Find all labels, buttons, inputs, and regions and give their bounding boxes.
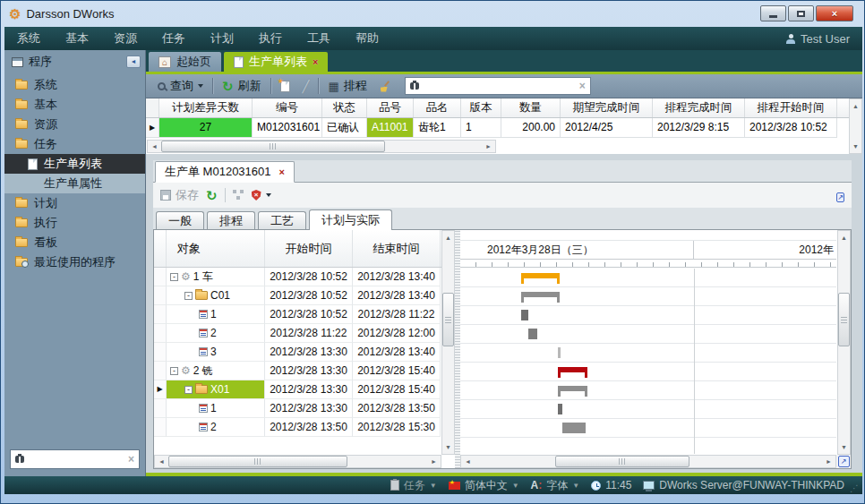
column-header[interactable]: 品名 [414, 98, 461, 117]
scrollbar-thumb[interactable] [555, 456, 689, 467]
collapse-node-icon[interactable]: - [184, 292, 193, 300]
scrollbar-thumb[interactable] [161, 141, 385, 152]
tree-row[interactable]: ▶-X012012/3/28 13:302012/3/28 15:40 [154, 380, 455, 399]
clear-schedule-button[interactable] [373, 76, 398, 96]
title-bar[interactable]: ⚙ Darsson DWorks × [1, 1, 864, 27]
collapse-node-icon[interactable]: - [184, 386, 193, 394]
tree-row[interactable]: 22012/3/28 13:502012/3/28 15:30 [154, 418, 455, 437]
scrollbar-thumb[interactable] [838, 293, 850, 346]
close-button[interactable]: × [816, 5, 853, 21]
scroll-down-icon[interactable]: ▼ [442, 441, 454, 453]
grid-h-scrollbar[interactable]: ◄ ► [147, 140, 496, 153]
user-menu[interactable]: Test User [786, 32, 862, 46]
gantt-fit-button[interactable]: ↗ [836, 455, 851, 468]
gantt-bar[interactable] [521, 310, 528, 320]
grid-v-scrollbar[interactable]: ▲ ▼ [849, 98, 862, 154]
tree-row[interactable]: 12012/3/28 10:522012/3/28 11:22 [154, 305, 455, 324]
column-header[interactable]: 版本 [461, 98, 501, 117]
menu-item[interactable]: 执行 [246, 27, 295, 50]
tree-row[interactable]: 12012/3/28 13:302012/3/28 13:50 [154, 399, 455, 418]
menu-item[interactable]: 帮助 [343, 27, 391, 50]
sidebar-item[interactable]: 生产单属性 [4, 174, 145, 193]
column-header[interactable]: 开始时间 [265, 230, 353, 267]
column-header[interactable]: 数量 [501, 98, 561, 117]
collapse-node-icon[interactable]: - [170, 273, 178, 281]
column-header[interactable]: 编号 [253, 98, 322, 117]
gantt-bar[interactable] [521, 273, 560, 278]
column-header[interactable]: 品号 [367, 98, 414, 117]
column-header[interactable]: 排程完成时间 [653, 98, 745, 117]
gantt-bar[interactable] [558, 367, 587, 372]
resize-grip[interactable]: ⋰ [850, 483, 859, 493]
tree-row[interactable]: -⚙2 铣2012/3/28 13:302012/3/28 15:40 [154, 362, 455, 380]
gantt-bar[interactable] [558, 386, 587, 391]
gantt-v-scrollbar[interactable]: ▲ ▼ [837, 230, 851, 455]
sidebar-item[interactable]: 资源 [4, 115, 145, 134]
maximize-button[interactable] [788, 5, 814, 21]
tree-row[interactable]: -⚙1 车2012/3/28 10:522012/3/28 13:40 [154, 268, 455, 286]
scroll-right-icon[interactable]: ► [823, 456, 835, 467]
tree-row[interactable]: 32012/3/28 13:302012/3/28 13:40 [154, 343, 455, 362]
menu-item[interactable]: 系统 [4, 27, 53, 50]
status-language-menu[interactable]: 简体中文 ▼ [449, 478, 519, 493]
column-header[interactable]: 排程开始时间 [745, 98, 837, 117]
gantt-bar[interactable] [528, 329, 537, 339]
sidebar-item[interactable]: 计划 [4, 193, 145, 213]
query-button[interactable]: 查询 [151, 76, 210, 96]
sidebar-item[interactable]: 系统 [4, 75, 145, 95]
tab-schedule[interactable]: 排程 [207, 211, 255, 229]
status-font-menu[interactable]: A 字体 ▼ [531, 478, 580, 493]
column-header[interactable]: 计划差异天数 [159, 98, 253, 117]
scroll-up-icon[interactable]: ▲ [838, 232, 850, 243]
menu-item[interactable]: 基本 [53, 27, 101, 50]
sidebar-item[interactable]: 看板 [4, 233, 145, 252]
scroll-down-icon[interactable]: ▼ [850, 141, 861, 152]
grid-row[interactable]: ▶27M012031601已确认A11001齿轮11200.002012/4/2… [146, 118, 862, 138]
tree-h-scrollbar[interactable]: ◄ ► [154, 455, 441, 468]
scrollbar-thumb[interactable] [168, 456, 347, 467]
tab-plan-vs-actual[interactable]: 计划与实际 [309, 209, 392, 230]
scroll-down-icon[interactable]: ▼ [838, 441, 850, 453]
minimize-button[interactable] [760, 5, 786, 21]
clear-search-icon[interactable]: × [579, 81, 586, 91]
sidebar-item[interactable]: 执行 [4, 213, 145, 233]
new-button[interactable] [274, 76, 296, 96]
tree-v-scrollbar[interactable]: ▲ ▼ [441, 230, 455, 455]
column-header[interactable]: 期望完成时间 [561, 98, 653, 117]
tab-home[interactable]: ⌂ 起始页 [149, 52, 221, 72]
scroll-up-icon[interactable]: ▲ [850, 100, 861, 112]
collapse-node-icon[interactable]: - [170, 367, 178, 375]
gantt-bar[interactable] [558, 347, 561, 358]
gantt-bar[interactable] [521, 292, 560, 297]
refresh-button[interactable]: ↻ 刷新 [216, 76, 268, 96]
status-task-menu[interactable]: 任务 ▼ [390, 478, 437, 493]
open-in-window-button[interactable]: ↗ [836, 187, 844, 203]
menu-item[interactable]: 计划 [198, 27, 246, 50]
sidebar-collapse-button[interactable]: ◄ [126, 56, 141, 68]
gantt-h-scrollbar[interactable]: ◄ ► [460, 455, 836, 468]
scroll-right-icon[interactable]: ► [483, 141, 494, 152]
close-doc-icon[interactable]: × [279, 167, 285, 177]
scroll-left-icon[interactable]: ◄ [462, 456, 474, 467]
column-header[interactable]: 对象 [167, 230, 265, 267]
schedule-button[interactable]: ▦ 排程 [321, 76, 373, 96]
column-header[interactable]: 结束时间 [353, 230, 441, 267]
tab-general[interactable]: 一般 [156, 211, 204, 229]
cancel-confirm-button[interactable]: × [252, 190, 271, 201]
edit-button[interactable]: ╱ [296, 76, 316, 96]
scroll-left-icon[interactable]: ◄ [149, 141, 160, 152]
tab-order-list[interactable]: 生产单列表 × [224, 52, 328, 72]
menu-item[interactable]: 工具 [295, 27, 343, 50]
sidebar-item[interactable]: 任务 [4, 134, 145, 154]
refresh-detail-button[interactable]: ↻ [206, 189, 218, 202]
tab-process[interactable]: 工艺 [258, 211, 306, 229]
sidebar-search-input[interactable] [28, 453, 124, 466]
save-button[interactable]: 保存 [160, 187, 199, 203]
menu-item[interactable]: 任务 [150, 27, 198, 50]
close-tab-icon[interactable]: × [313, 57, 318, 67]
tree-row[interactable]: 22012/3/28 11:222012/3/28 12:00 [154, 324, 455, 343]
sidebar-item[interactable]: 生产单列表 [4, 154, 145, 174]
scroll-right-icon[interactable]: ► [428, 456, 440, 467]
gantt-bar[interactable] [562, 423, 586, 433]
scroll-up-icon[interactable]: ▲ [442, 232, 454, 243]
